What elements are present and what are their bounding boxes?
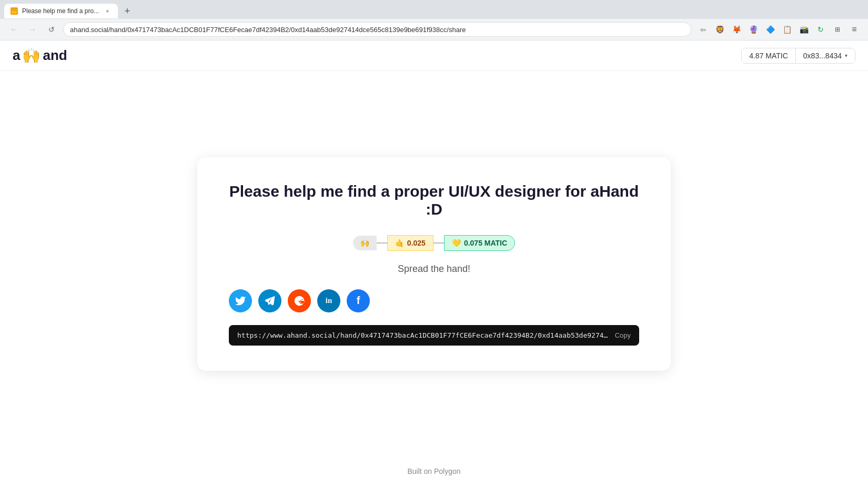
sidebar-icon[interactable]: ⊞ [830,22,845,37]
linkedin-share-button[interactable]: in [317,289,340,312]
telegram-share-button[interactable] [258,289,281,312]
chain-amount-badge: 🤙 0.025 [387,235,433,251]
back-button[interactable]: ← [6,22,21,37]
tab-close-button[interactable]: × [103,7,112,15]
footer-text: Built on Polygon [407,467,460,475]
chain-connector-2 [433,242,444,244]
wallet-address-button[interactable]: 0x83...8434 ▾ [796,48,855,63]
nav-right-icons: ⇦ 🦁 🦊 🔮 🔷 📋 📸 ↻ ⊞ ≡ [695,22,862,37]
logo[interactable]: a 🙌 and [13,47,67,64]
tab-favicon: 🤲 [11,7,18,15]
chain-hands-badge: 🙌 [353,236,377,250]
chain-amount-value: 0.025 [407,239,426,247]
brave-icon[interactable]: 🦁 [712,22,727,37]
social-icons-row: in f [229,289,639,312]
extension-icon-5[interactable]: 📸 [796,22,811,37]
share-icon[interactable]: ⇦ [695,22,710,37]
share-url-text: https://www.ahand.social/hand/0x4717473b… [237,331,609,339]
total-icon: 💛 [452,239,461,247]
tab-bar: 🤲 Please help me find a pro... × + [0,0,868,19]
hands-icon: 🙌 [360,239,369,247]
logo-prefix: a [13,47,20,64]
amount-icon: 🤙 [395,239,404,247]
chevron-down-icon: ▾ [845,53,847,58]
wallet-matic-balance: 4.87 MATIC [742,48,796,63]
url-share-bar: https://www.ahand.social/hand/0x4717473b… [229,325,639,346]
logo-hands: 🙌 [22,47,41,64]
wallet-address-text: 0x83...8434 [803,52,842,60]
copy-button[interactable]: Copy [615,331,631,339]
extension-icon-3[interactable]: 🔷 [763,22,778,37]
tab-title: Please help me find a pro... [22,7,99,15]
extension-icon-2[interactable]: 🔮 [746,22,761,37]
reload-button[interactable]: ↺ [44,22,59,37]
nav-bar: ← → ↺ ahand.social/hand/0x4717473bacAc1D… [0,19,868,40]
url-text: ahand.social/hand/0x4717473bacAc1DCB01F7… [70,26,466,34]
logo-suffix: and [43,47,67,64]
extension-icon-4[interactable]: 📋 [780,22,794,37]
forward-button[interactable]: → [25,22,40,37]
extension-icon-1[interactable]: 🦊 [729,22,744,37]
reddit-share-button[interactable] [288,289,311,312]
menu-icon[interactable]: ≡ [847,22,862,37]
app-header: a 🙌 and 4.87 MATIC 0x83...8434 ▾ [0,40,868,71]
card-title: Please help me find a proper UI/UX desig… [229,183,639,218]
chain-total-badge: 💛 0.075 MATIC [444,235,515,251]
spread-text: Spread the hand! [229,264,639,275]
chain-total-value: 0.075 MATIC [464,239,507,247]
chain-connector-1 [377,242,387,244]
browser-chrome: 🤲 Please help me find a pro... × + ← → ↺… [0,0,868,40]
update-icon[interactable]: ↻ [813,22,828,37]
new-tab-button[interactable]: + [120,4,135,18]
share-card: Please help me find a proper UI/UX desig… [197,157,671,371]
address-bar[interactable]: ahand.social/hand/0x4717473bacAc1DCB01F7… [63,22,691,37]
active-tab[interactable]: 🤲 Please help me find a pro... × [4,4,118,18]
wallet-info: 4.87 MATIC 0x83...8434 ▾ [741,48,855,64]
main-content: Please help me find a proper UI/UX desig… [0,71,868,457]
twitter-share-button[interactable] [229,289,252,312]
facebook-share-button[interactable]: f [347,289,370,312]
app-footer: Built on Polygon [0,457,868,486]
chain-row: 🙌 🤙 0.025 💛 0.075 MATIC [229,235,639,251]
